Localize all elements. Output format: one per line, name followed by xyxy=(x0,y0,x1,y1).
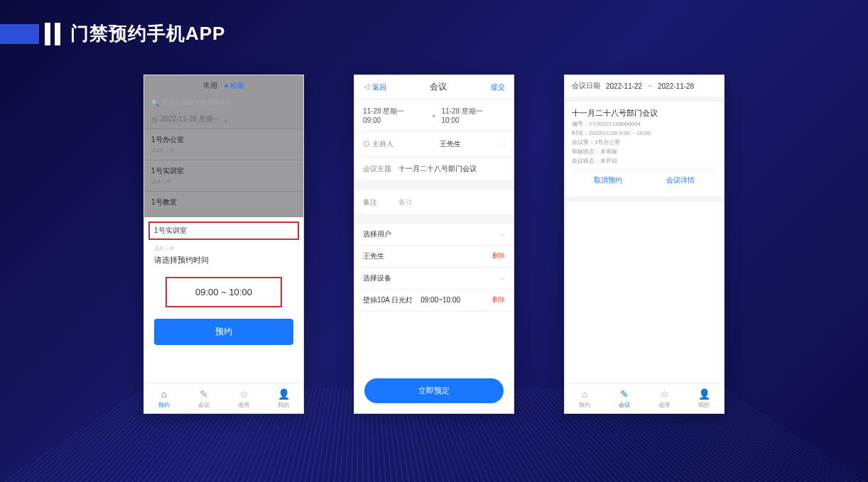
date-selector[interactable]: ◷ 2022-11-28 星期一 ⌄ xyxy=(144,110,303,128)
tab-search[interactable]: ● 检索 xyxy=(224,81,245,91)
chevron-down-icon: ⌄ xyxy=(499,229,505,239)
tab-booking[interactable]: ⌂预约 xyxy=(144,388,184,409)
date-range-label: 会议日期 xyxy=(572,81,600,91)
star-icon: ☆ xyxy=(658,388,670,400)
meeting-approve: 审核状态：未审核 xyxy=(572,148,717,155)
confirm-book-button[interactable]: 立即预定 xyxy=(364,378,504,403)
time-range-value: 09:00 ~ 10:00 xyxy=(195,287,252,297)
nav-header: ◁ 返回 会议 提交 xyxy=(354,75,514,99)
host-value: 王先生 xyxy=(398,139,503,149)
tab-bar: ⌂预约 ✎会议 ☆通用 👤我的 xyxy=(144,383,303,413)
tab-meeting[interactable]: ✎会议 xyxy=(604,388,644,409)
user-section[interactable]: 选择用户 ⌄ xyxy=(354,224,514,246)
subject-label: 会议主题 xyxy=(363,164,398,174)
datetime-range[interactable]: 11-28 星期一 09:00 ▸ 11-28 星期一 10:00 xyxy=(354,99,514,132)
delete-user-button[interactable]: 删除 xyxy=(492,251,505,261)
end-date: 11-28 星期一 xyxy=(442,106,506,116)
tab-meeting[interactable]: ✎会议 xyxy=(184,388,224,409)
meeting-room: 会议室：1号办公室 xyxy=(572,138,717,146)
meeting-card: 十一月二十八号部门会议 编号：YY20221128000004 时间：2022/… xyxy=(565,102,724,197)
chevron-right-icon: › xyxy=(503,141,505,148)
home-icon: ⌂ xyxy=(158,388,170,400)
tab-general[interactable]: ☆通用 xyxy=(644,388,684,409)
device-section[interactable]: 选择设备 ⌄ xyxy=(354,268,514,290)
date-range-end: 2022-11-28 xyxy=(658,82,694,90)
search-input[interactable]: 🔍 请输入关键字搜索房间号 xyxy=(144,95,303,110)
room-name: 1号办公室 xyxy=(151,135,296,145)
delete-device-button[interactable]: 删除 xyxy=(492,295,505,305)
page-header: 门禁预约手机APP xyxy=(0,0,868,46)
date-value: 2022-11-28 星期一 xyxy=(161,114,220,124)
start-time: 09:00 xyxy=(363,116,427,124)
meeting-id: 编号：YY20221128000004 xyxy=(572,120,717,128)
date-range-start: 2022-11-22 xyxy=(606,82,642,90)
device-name: 壁插10A 日光灯 xyxy=(363,296,413,304)
meeting-status: 会议状态：未开始 xyxy=(572,157,717,165)
host-label: ◎ 主持人 xyxy=(363,139,398,149)
tab-general[interactable]: ☆通用 xyxy=(224,388,264,409)
phone-booking-screen: 常用 ● 检索 🔍 请输入关键字搜索房间号 ◷ 2022-11-28 星期一 ⌄… xyxy=(143,75,304,414)
phone-meeting-list: 会议日期 2022-11-22 ~ 2022-11-28 十一月二十八号部门会议… xyxy=(564,75,725,414)
room-name: 1号教室 xyxy=(151,197,296,207)
user-row: 王先生 删除 xyxy=(354,246,514,268)
clock-icon: ◷ xyxy=(151,116,158,124)
tab-mine[interactable]: 👤我的 xyxy=(684,388,724,409)
submit-button[interactable]: 提交 xyxy=(491,82,505,92)
chevron-down-icon: ⌄ xyxy=(499,273,505,283)
device-section-label: 选择设备 xyxy=(363,273,391,283)
device-time: 09:00~10:00 xyxy=(421,296,460,304)
room-name: 1号实训室 xyxy=(151,166,296,176)
time-prompt: 请选择预约时间 xyxy=(144,252,303,268)
meeting-title: 十一月二十八号部门会议 xyxy=(572,108,717,119)
page-title: 门禁预约手机APP xyxy=(70,21,225,46)
tab-booking[interactable]: ⌂预约 xyxy=(565,388,604,409)
back-button[interactable]: ◁ 返回 xyxy=(363,82,386,92)
room-meta: 人28 ◇0 xyxy=(151,146,296,154)
end-time: 10:00 xyxy=(442,116,506,124)
user-name: 王先生 xyxy=(363,251,384,261)
search-placeholder: 请输入关键字搜索房间号 xyxy=(162,98,232,107)
tab-common[interactable]: 常用 xyxy=(203,81,217,91)
selected-room: 1号实训室 xyxy=(148,221,299,240)
room-item[interactable]: 1号教室 xyxy=(144,191,303,213)
meeting-detail-button[interactable]: 会议详情 xyxy=(644,170,717,191)
edit-icon: ✎ xyxy=(619,388,630,400)
subject-row[interactable]: 会议主题 十一月二十八号部门会议 xyxy=(354,157,514,182)
remark-label: 备注 xyxy=(363,197,398,207)
remark-row[interactable]: 备注 备注 xyxy=(354,190,514,215)
book-button[interactable]: 预约 xyxy=(154,319,293,345)
time-range-selector[interactable]: 09:00 ~ 10:00 xyxy=(166,277,282,307)
phone-meeting-form: ◁ 返回 会议 提交 11-28 星期一 09:00 ▸ 11-28 星期一 1… xyxy=(354,75,514,414)
subject-value: 十一月二十八号部门会议 xyxy=(398,164,505,174)
device-row: 壁插10A 日光灯 09:00~10:00 删除 xyxy=(354,290,514,312)
remark-value: 备注 xyxy=(398,197,505,207)
user-section-label: 选择用户 xyxy=(363,229,391,239)
filter-tabs: 常用 ● 检索 xyxy=(144,80,303,95)
home-icon: ⌂ xyxy=(579,388,590,400)
star-icon: ☆ xyxy=(238,388,249,400)
selected-room-meta: 人0 ◇0 xyxy=(144,244,303,252)
start-date: 11-28 星期一 xyxy=(363,106,427,116)
date-range-filter[interactable]: 会议日期 2022-11-22 ~ 2022-11-28 xyxy=(565,75,724,97)
chevron-down-icon: ⌄ xyxy=(223,116,229,124)
cancel-booking-button[interactable]: 取消预约 xyxy=(572,170,644,191)
arrow-right-icon: ▸ xyxy=(427,111,442,119)
header-accent-bars xyxy=(0,23,60,45)
edit-icon: ✎ xyxy=(198,388,210,400)
user-icon: 👤 xyxy=(698,388,710,400)
tab-bar: ⌂预约 ✎会议 ☆通用 👤我的 xyxy=(565,383,724,413)
tab-mine[interactable]: 👤我的 xyxy=(264,388,303,409)
meeting-time: 时间：2022/11/28 9:00 ~ 10:00 xyxy=(572,129,717,137)
screen-title: 会议 xyxy=(430,81,447,93)
room-item[interactable]: 1号办公室 人28 ◇0 xyxy=(144,128,303,160)
user-icon: 👤 xyxy=(278,388,289,400)
room-item[interactable]: 1号实训室 人0 ◇0 xyxy=(144,160,303,191)
selected-room-name: 1号实训室 xyxy=(154,226,293,236)
search-icon: 🔍 xyxy=(151,99,159,106)
room-meta: 人0 ◇0 xyxy=(151,177,296,185)
host-row[interactable]: ◎ 主持人 王先生 › xyxy=(354,132,514,157)
